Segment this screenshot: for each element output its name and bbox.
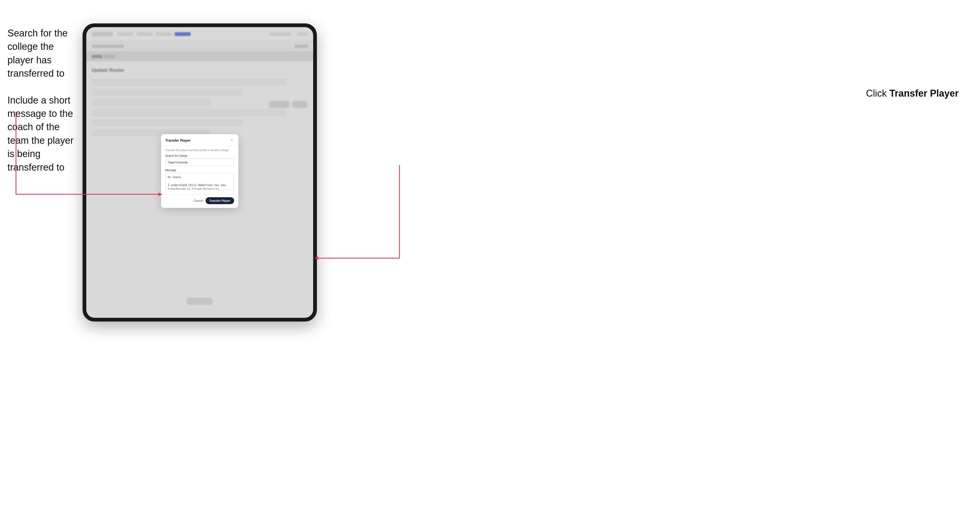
search-label: Search for College — [165, 154, 234, 157]
ipad-frame: Update Roster Transfer Player × — [83, 24, 317, 322]
dialog-subtitle: Transfer the player and their profile to… — [165, 149, 234, 152]
message-textarea[interactable]: Hi Coach, I understand Chris Robertson h… — [165, 173, 234, 190]
transfer-player-button[interactable]: Transfer Player — [205, 197, 234, 204]
search-college-input[interactable] — [165, 159, 234, 166]
transfer-player-dialog: Transfer Player × Transfer the player an… — [161, 134, 238, 208]
dialog-header: Transfer Player × — [161, 134, 238, 146]
annotation-right: Click Transfer Player — [866, 88, 959, 99]
message-label: Message — [165, 169, 234, 171]
annotation-left-top: Search for the college the player has tr… — [8, 27, 77, 174]
dialog-body: Transfer the player and their profile to… — [161, 146, 238, 194]
dialog-footer: Cancel Transfer Player — [161, 194, 238, 208]
cancel-button[interactable]: Cancel — [194, 199, 203, 202]
ipad-screen: Update Roster Transfer Player × — [86, 27, 313, 318]
close-icon[interactable]: × — [229, 138, 234, 143]
dialog-title: Transfer Player — [165, 138, 190, 142]
